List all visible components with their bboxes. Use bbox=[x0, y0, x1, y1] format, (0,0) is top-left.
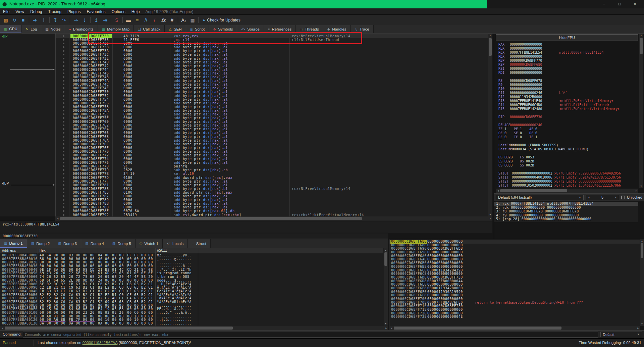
disasm-row[interactable]: 0000000CD68FF7560000add byte ptr ds:[rax… bbox=[56, 101, 488, 105]
breakpoint-dot[interactable] bbox=[63, 54, 64, 55]
stack-row[interactable]: 0000000CD68FF6C80000000000000000 bbox=[389, 272, 640, 276]
breakpoint-dot[interactable] bbox=[63, 58, 64, 59]
breakpoint-dot[interactable] bbox=[63, 162, 64, 163]
menu-item-tracing[interactable]: Tracing bbox=[45, 9, 65, 14]
open-file-icon[interactable]: ▨ bbox=[1, 16, 10, 24]
menu-item-favourites[interactable]: Favourites bbox=[84, 9, 108, 14]
disasm-row[interactable]: 0000000CD68FF78F0070 6Aadd byte ptr ds:[… bbox=[56, 209, 488, 213]
arguments-view[interactable]: 1: rcx 00007FFB8E141E54 ntdll.00007FFB8E… bbox=[494, 202, 638, 222]
scroll-thumb[interactable] bbox=[489, 38, 492, 56]
breakpoint-dot[interactable] bbox=[63, 35, 64, 37]
breakpoint-dot[interactable] bbox=[63, 188, 64, 190]
breakpoint-dot[interactable] bbox=[63, 165, 64, 167]
breakpoint-dot[interactable] bbox=[63, 125, 64, 126]
registers-view[interactable]: RAX0000000000000000RBX0000000000000000RC… bbox=[496, 43, 638, 188]
stack-row[interactable]: 0000000CD68FF6C000000119342B4390 bbox=[389, 269, 640, 272]
breakpoint-dot[interactable] bbox=[63, 173, 64, 175]
disasm-row[interactable]: 0000000CD68FF7922B3419sub esi,dword ptr … bbox=[56, 213, 488, 217]
disasm-row[interactable]: 0000000CD68FF73E0000add byte ptr ds:[rax… bbox=[56, 57, 488, 60]
close-debuggee-icon[interactable]: ■ bbox=[19, 16, 28, 24]
tab-call-stack[interactable]: ❏Call Stack bbox=[134, 25, 165, 33]
disassembly-view[interactable]: 0000000CD68FF73048:31C9xor rcx,rcxrcx:Nt… bbox=[55, 34, 488, 216]
disasm-row[interactable]: 0000000CD68FF77D0100add dword ptr ds:[ra… bbox=[56, 176, 488, 180]
breakpoint-dot[interactable] bbox=[63, 169, 64, 171]
disasm-row[interactable]: 0000000CD68FF77F0000add byte ptr ds:[rax… bbox=[56, 180, 488, 183]
scroll-left-icon[interactable]: ◄ bbox=[1, 327, 4, 329]
scroll-left-icon[interactable]: ◄ bbox=[390, 327, 393, 329]
register-row[interactable]: RSI0000000000000000 bbox=[496, 67, 638, 71]
breakpoint-dot[interactable] bbox=[63, 61, 64, 63]
breakpoint-dot[interactable] bbox=[63, 140, 64, 141]
stack-row[interactable]: 0000000CD68FF6980000000000000000 bbox=[389, 251, 640, 254]
disasm-row[interactable]: 0000000CD68FF7580000add byte ptr ds:[rax… bbox=[56, 105, 488, 109]
register-row[interactable]: ST(0)00000000000000000002 x87r0 Empty 7.… bbox=[496, 171, 638, 176]
disasm-row[interactable]: 0000000CD68FF74A0000add byte ptr ds:[rax… bbox=[56, 79, 488, 83]
tab-notes[interactable]: ▤Notes bbox=[41, 25, 65, 33]
registers-vscrollbar[interactable]: ▲ ▼ bbox=[639, 34, 643, 188]
register-row[interactable]: CS 0033SS 002B bbox=[496, 163, 638, 167]
scroll-down-icon[interactable]: ▼ bbox=[488, 213, 492, 216]
stack-row[interactable]: 0000000CD68FF7100000000CD68FF730 bbox=[389, 304, 640, 308]
disasm-row[interactable]: 0000000CD68FF7740000add byte ptr ds:[rax… bbox=[56, 157, 488, 161]
breakpoint-dot[interactable] bbox=[63, 132, 64, 134]
disasm-row[interactable]: 0000000CD68FF7540000add byte ptr ds:[rax… bbox=[56, 98, 488, 101]
breakpoint-dot[interactable] bbox=[63, 76, 64, 78]
menu-item-file[interactable]: File bbox=[0, 9, 12, 14]
seh-chain-icon[interactable]: S bbox=[112, 16, 121, 24]
disasm-row[interactable]: 0000000CD68FF78D0000add byte ptr ds:[rax… bbox=[56, 205, 488, 209]
tab-memory-map[interactable]: ▦Memory Map bbox=[98, 25, 134, 33]
scroll-up-icon[interactable]: ▲ bbox=[488, 34, 492, 37]
disasm-row[interactable]: 0000000CD68FF7720000add byte ptr ds:[rax… bbox=[56, 153, 488, 157]
tab-log[interactable]: ✎Log bbox=[22, 25, 42, 33]
argument-count-spinner[interactable]: ▼ 5 ▲ bbox=[586, 195, 619, 200]
command-profile-select[interactable]: Default ▼ bbox=[600, 332, 642, 337]
restart-icon[interactable]: ↻ bbox=[10, 16, 19, 24]
stack-row[interactable]: 0000000CD68FF7200000000000000000 bbox=[389, 312, 640, 315]
tab-seh[interactable]: ⚠SEH bbox=[165, 25, 186, 33]
stack-row[interactable]: 0000000CD68FF6D800007FFB00000044 bbox=[389, 280, 640, 283]
breakpoint-dot[interactable] bbox=[63, 91, 64, 93]
dump-vscrollbar[interactable]: ▲ ▼ bbox=[384, 248, 388, 326]
disasm-row[interactable]: 0000000CD68FF76E0000add byte ptr ds:[rax… bbox=[56, 146, 488, 150]
stack-row[interactable]: 0000000CD68FF6B00000000000000000 bbox=[389, 261, 640, 265]
scroll-down-icon[interactable]: ▼ bbox=[640, 323, 644, 325]
disasm-row[interactable]: 0000000CD68FF7810000add byte ptr ds:[rax… bbox=[56, 183, 488, 187]
disasm-hscrollbar[interactable]: ◄ ► bbox=[55, 216, 492, 221]
tab-watch-1[interactable]: ◷Watch 1 bbox=[136, 239, 163, 248]
disasm-row[interactable]: 0000000CD68FF73C0000add byte ptr ds:[rax… bbox=[56, 53, 488, 56]
breakpoint-dot[interactable] bbox=[63, 147, 64, 149]
register-row[interactable]: R1400007FFB8E06C4D0<ntdll.RtlExitUserThr… bbox=[496, 103, 638, 107]
breakpoint-dot[interactable] bbox=[63, 102, 64, 104]
breakpoint-dot[interactable] bbox=[63, 184, 64, 186]
highlight-icon[interactable]: / bbox=[150, 16, 159, 24]
stack-row[interactable]: 0000000CD68FF7180000000000000000 bbox=[389, 308, 640, 312]
breakpoint-dot[interactable] bbox=[63, 151, 64, 152]
breakpoint-dot[interactable] bbox=[63, 110, 64, 111]
register-row[interactable]: RCX00007FFB8E141E54ntdll.00007FFB8E141E5… bbox=[496, 51, 638, 55]
stack-row[interactable]: 0000000CD68FF6F80000000000000000 bbox=[389, 294, 640, 297]
breakpoint-dot[interactable] bbox=[63, 46, 64, 48]
breakpoint-dot[interactable] bbox=[63, 113, 64, 115]
register-row[interactable]: R80000000CD68FF678 bbox=[496, 79, 638, 83]
stack-row[interactable]: 0000000CD68FF6A80000000000000000 bbox=[389, 258, 640, 261]
pause-icon[interactable]: ‖ bbox=[39, 16, 48, 24]
disasm-row[interactable]: 0000000CD68FF7890000add byte ptr ds:[rax… bbox=[56, 198, 488, 202]
register-row[interactable]: RAX0000000000000000 bbox=[496, 43, 638, 47]
stack-row[interactable]: 0000000CD68FF6900000000CD68FF6D8 bbox=[389, 247, 640, 251]
breakpoint-dot[interactable] bbox=[63, 143, 64, 145]
menu-item-debug[interactable]: Debug bbox=[27, 9, 45, 14]
breakpoint-dot[interactable] bbox=[63, 95, 64, 97]
disasm-row[interactable]: 0000000CD68FF7440000add byte ptr ds:[rax… bbox=[56, 68, 488, 71]
tab-dump-4[interactable]: ▥Dump 4 bbox=[81, 239, 108, 248]
breakpoint-dot[interactable] bbox=[63, 117, 64, 119]
breakpoint-dot[interactable] bbox=[63, 39, 64, 41]
stack-row[interactable]: 0000000CD68FF6A00000000000000000 bbox=[389, 254, 640, 258]
breakpoint-dot[interactable] bbox=[63, 99, 64, 100]
disasm-row[interactable]: 0000000CD68FF7700000add byte ptr ds:[rax… bbox=[56, 150, 488, 153]
tab-threads[interactable]: ⇉Threads bbox=[296, 25, 323, 33]
register-row[interactable]: RDI0000000000000000 bbox=[496, 71, 638, 75]
register-row[interactable]: R100000000000000000 bbox=[496, 87, 638, 91]
functions-icon[interactable]: fx bbox=[159, 16, 168, 24]
stack-row[interactable]: 0000000CD68FF70800007FFB8AB76FE0return t… bbox=[389, 301, 640, 305]
breakpoint-dot[interactable] bbox=[63, 210, 64, 212]
